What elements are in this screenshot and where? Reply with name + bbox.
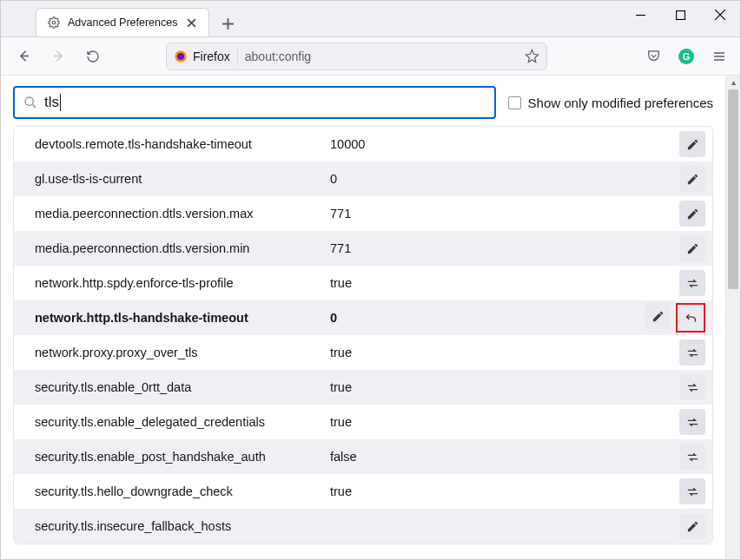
pref-row: network.http.tls-handshake-timeout0 [14, 300, 712, 335]
toolbar: Firefox about:config G [1, 37, 740, 76]
identity-box[interactable]: Firefox [174, 48, 238, 65]
pref-row: security.tls.enable_post_handshake_authf… [14, 439, 712, 474]
extension-grammarly-icon[interactable]: G [674, 44, 698, 69]
pref-value: 10000 [330, 137, 679, 151]
pref-value: true [330, 484, 679, 498]
pref-actions [679, 478, 705, 504]
toggle-button[interactable] [679, 270, 705, 296]
edit-button[interactable] [679, 166, 705, 192]
pref-actions [679, 235, 705, 261]
text-caret [60, 94, 61, 111]
scrollbar-thumb[interactable] [728, 89, 738, 289]
window-close-button[interactable] [700, 1, 740, 29]
pref-actions [645, 303, 705, 333]
pref-value: 771 [330, 241, 679, 255]
vertical-scrollbar[interactable] [725, 76, 740, 559]
content: tls Show only modified preferences devto… [1, 76, 725, 559]
new-tab-button[interactable] [215, 10, 241, 36]
pref-actions [679, 444, 705, 470]
svg-point-3 [177, 53, 184, 60]
pref-name: security.tls.hello_downgrade_check [35, 484, 330, 498]
toggle-button[interactable] [679, 409, 705, 435]
pref-value: true [330, 380, 679, 394]
tab-label: Advanced Preferences [68, 16, 177, 29]
edit-button[interactable] [645, 303, 671, 329]
toggle-button[interactable] [679, 374, 705, 400]
pref-value: true [330, 415, 679, 429]
pref-name: devtools.remote.tls-handshake-timeout [35, 137, 330, 151]
pref-row: devtools.remote.tls-handshake-timeout100… [14, 127, 712, 161]
toggle-button[interactable] [679, 339, 705, 366]
pref-actions [679, 131, 705, 157]
checkbox-icon [508, 96, 521, 109]
pref-actions [679, 374, 705, 400]
pref-value: true [330, 276, 679, 290]
app-menu-button[interactable] [707, 44, 731, 69]
show-modified-label: Show only modified preferences [528, 96, 713, 110]
svg-point-0 [52, 21, 56, 24]
url-text: about:config [245, 49, 518, 63]
pref-search-box[interactable]: tls [13, 86, 496, 119]
pref-row: gl.use-tls-is-current0 [14, 161, 712, 196]
pref-name: security.tls.enable_delegated_credential… [35, 415, 330, 429]
pref-name: security.tls.insecure_fallback_hosts [35, 519, 330, 533]
close-tab-button[interactable] [184, 16, 198, 30]
pref-actions [679, 166, 705, 192]
toggle-button[interactable] [679, 478, 705, 504]
pref-value: 0 [330, 311, 645, 325]
pref-actions [679, 201, 705, 227]
bookmark-star-icon[interactable] [525, 49, 539, 63]
pref-actions [679, 339, 705, 366]
toolbar-right: G [641, 44, 731, 69]
edit-button[interactable] [679, 235, 705, 261]
prefs-panel: devtools.remote.tls-handshake-timeout100… [13, 126, 713, 544]
edit-button[interactable] [679, 201, 705, 227]
forward-button[interactable] [44, 43, 72, 70]
firefox-logo-icon [174, 49, 188, 63]
pref-name: security.tls.enable_0rtt_data [35, 380, 330, 394]
pref-value: false [330, 450, 679, 464]
pocket-button[interactable] [641, 44, 665, 69]
toggle-button[interactable] [679, 444, 705, 470]
window-controls [620, 1, 740, 29]
pref-row: media.peerconnection.dtls.version.max771 [14, 196, 712, 231]
pref-row: network.proxy.proxy_over_tlstrue [14, 335, 712, 370]
svg-point-4 [25, 97, 33, 105]
gear-icon [47, 16, 61, 30]
svg-rect-1 [676, 10, 685, 19]
window-minimize-button[interactable] [620, 1, 660, 29]
edit-button[interactable] [679, 513, 705, 539]
pref-value: true [330, 346, 679, 359]
identity-label: Firefox [193, 49, 230, 63]
pref-actions [679, 270, 705, 296]
pref-row: security.tls.enable_0rtt_datatrue [14, 370, 712, 405]
pref-value: 0 [330, 172, 679, 186]
pref-name: network.http.tls-handshake-timeout [35, 311, 330, 325]
search-row: tls Show only modified preferences [1, 76, 725, 126]
pref-name: media.peerconnection.dtls.version.min [35, 241, 330, 255]
show-modified-toggle[interactable]: Show only modified preferences [508, 96, 713, 110]
back-button[interactable] [10, 43, 37, 70]
pref-name: gl.use-tls-is-current [35, 172, 330, 186]
pref-name: security.tls.enable_post_handshake_auth [35, 450, 330, 464]
reload-button[interactable] [79, 43, 107, 70]
pref-name: network.http.spdy.enforce-tls-profile [35, 276, 330, 290]
pref-actions [679, 513, 705, 539]
tab-strip: Advanced Preferences [1, 1, 241, 36]
pref-row: security.tls.enable_delegated_credential… [14, 405, 712, 439]
pref-row: media.peerconnection.dtls.version.min771 [14, 231, 712, 266]
tab-advanced-preferences[interactable]: Advanced Preferences [36, 8, 209, 36]
pref-row: network.http.spdy.enforce-tls-profiletru… [14, 266, 712, 300]
pref-value: 771 [330, 207, 679, 221]
pref-row: security.tls.hello_downgrade_checktrue [14, 474, 712, 509]
pref-name: network.proxy.proxy_over_tls [35, 346, 330, 359]
titlebar: Advanced Preferences [1, 1, 740, 37]
pref-name: media.peerconnection.dtls.version.max [35, 207, 330, 221]
url-bar[interactable]: Firefox about:config [166, 43, 547, 70]
edit-button[interactable] [679, 131, 705, 157]
search-icon [23, 96, 37, 109]
pref-actions [679, 409, 705, 435]
reset-button[interactable] [676, 303, 705, 333]
pref-row: security.tls.insecure_fallback_hosts [14, 509, 712, 544]
window-maximize-button[interactable] [660, 1, 700, 29]
